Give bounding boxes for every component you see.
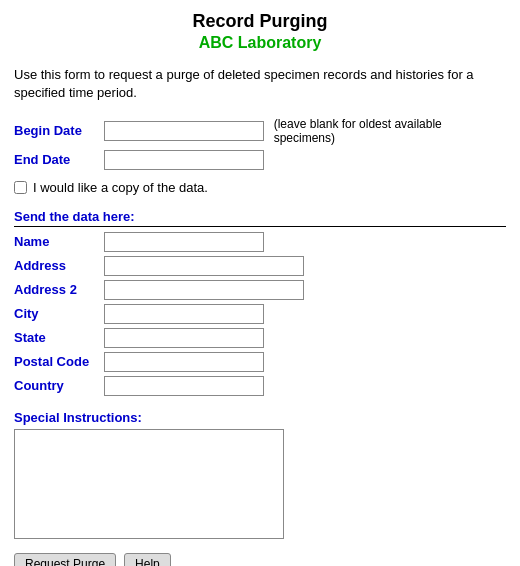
address-row: Address (14, 256, 506, 276)
country-input[interactable] (104, 376, 264, 396)
lab-name: ABC Laboratory (14, 33, 506, 54)
date-section: Begin Date (leave blank for oldest avail… (14, 117, 506, 170)
city-row: City (14, 304, 506, 324)
begin-date-label: Begin Date (14, 123, 104, 138)
city-input[interactable] (104, 304, 264, 324)
address-input[interactable] (104, 256, 304, 276)
end-date-label: End Date (14, 152, 104, 167)
postal-label: Postal Code (14, 354, 104, 369)
copy-checkbox-label: I would like a copy of the data. (33, 180, 208, 195)
date-hint: (leave blank for oldest available specim… (274, 117, 506, 145)
button-row: Request Purge Help (14, 553, 506, 566)
city-label: City (14, 306, 104, 321)
state-label: State (14, 330, 104, 345)
postal-input[interactable] (104, 352, 264, 372)
address2-row: Address 2 (14, 280, 506, 300)
address2-label: Address 2 (14, 282, 104, 297)
state-input[interactable] (104, 328, 264, 348)
send-data-header: Send the data here: (14, 209, 506, 227)
country-row: Country (14, 376, 506, 396)
address2-input[interactable] (104, 280, 304, 300)
help-button[interactable]: Help (124, 553, 171, 566)
begin-date-input[interactable] (104, 121, 264, 141)
address-section: Send the data here: Name Address Address… (14, 209, 506, 396)
request-purge-button[interactable]: Request Purge (14, 553, 116, 566)
end-date-input[interactable] (104, 150, 264, 170)
begin-date-row: Begin Date (leave blank for oldest avail… (14, 117, 506, 145)
special-instructions-label: Special Instructions: (14, 410, 506, 425)
page-title: Record Purging (14, 10, 506, 33)
description-text: Use this form to request a purge of dele… (14, 66, 506, 102)
special-instructions-textarea[interactable] (14, 429, 284, 539)
state-row: State (14, 328, 506, 348)
special-instructions-section: Special Instructions: (14, 410, 506, 539)
name-label: Name (14, 234, 104, 249)
postal-row: Postal Code (14, 352, 506, 372)
name-input[interactable] (104, 232, 264, 252)
address-label: Address (14, 258, 104, 273)
end-date-row: End Date (14, 150, 506, 170)
country-label: Country (14, 378, 104, 393)
page-container: Record Purging ABC Laboratory Use this f… (0, 0, 520, 566)
header: Record Purging ABC Laboratory (14, 10, 506, 54)
copy-checkbox-row: I would like a copy of the data. (14, 180, 506, 195)
name-row: Name (14, 232, 506, 252)
copy-checkbox[interactable] (14, 181, 27, 194)
